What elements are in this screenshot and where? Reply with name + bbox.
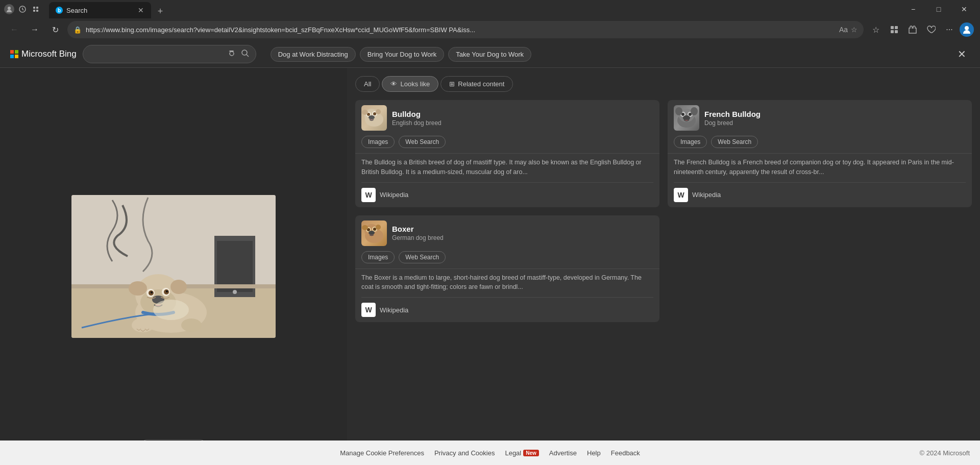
breed-thumbnail-boxer[interactable] bbox=[361, 221, 387, 246]
svg-point-36 bbox=[153, 300, 189, 320]
svg-point-30 bbox=[166, 290, 168, 292]
favorites-star-icon[interactable]: ☆ bbox=[868, 21, 884, 38]
browser-profile-icon[interactable] bbox=[4, 4, 14, 14]
breed-name-bulldog: Bulldog bbox=[392, 110, 442, 118]
active-tab[interactable]: b Search ✕ bbox=[49, 2, 151, 18]
breed-info-boxer: Boxer German dog breed bbox=[392, 225, 444, 241]
maximize-button[interactable]: □ bbox=[927, 1, 950, 17]
tab-looks-like-label: Looks like bbox=[400, 80, 430, 88]
extensions-icon[interactable] bbox=[31, 4, 41, 14]
svg-point-67 bbox=[683, 115, 690, 120]
tab-related-label: Related content bbox=[458, 80, 504, 88]
heart-icon[interactable] bbox=[923, 21, 939, 38]
new-tab-button[interactable]: + bbox=[153, 4, 167, 18]
minimize-button[interactable]: − bbox=[901, 1, 925, 17]
breed-actions-frenchbulldog: Images Web Search bbox=[668, 136, 972, 153]
search-submit-icon[interactable] bbox=[240, 48, 250, 60]
svg-point-20 bbox=[233, 290, 237, 294]
svg-point-34 bbox=[132, 318, 154, 332]
frenchbulldog-websearch-button[interactable]: Web Search bbox=[711, 136, 758, 148]
close-window-button[interactable]: ✕ bbox=[952, 1, 976, 17]
svg-point-48 bbox=[373, 112, 376, 115]
tab-looks-like[interactable]: 👁 Looks like bbox=[382, 76, 438, 92]
toolbar-icons: ☆ ··· bbox=[868, 21, 974, 38]
frenchbulldog-images-button[interactable]: Images bbox=[674, 136, 707, 148]
breed-actions-boxer: Images Web Search bbox=[355, 251, 659, 268]
svg-point-58 bbox=[369, 231, 375, 235]
close-panel-button[interactable]: ✕ bbox=[953, 46, 970, 62]
tab-all-label: All bbox=[364, 80, 371, 88]
breed-thumbnail-bulldog[interactable] bbox=[361, 105, 387, 131]
boxer-images-button[interactable]: Images bbox=[361, 251, 395, 263]
footer: Manage Cookie Preferences Privacy and Co… bbox=[0, 440, 980, 465]
breed-subname-boxer: German dog breed bbox=[392, 234, 444, 241]
favorites-icon[interactable]: ☆ bbox=[851, 26, 857, 34]
bulldog-images-button[interactable]: Images bbox=[361, 136, 395, 148]
image-panel: Visual Search bbox=[0, 68, 347, 465]
related-tag-1[interactable]: Bring Your Dog to Work bbox=[360, 47, 445, 62]
search-box[interactable] bbox=[83, 45, 256, 63]
tab-all[interactable]: All bbox=[355, 76, 380, 92]
extensions-toolbar-icon[interactable] bbox=[904, 21, 921, 38]
main-area: Visual Search All 👁 Looks like ⊞ Related… bbox=[0, 68, 980, 465]
window-controls-right: − □ ✕ bbox=[901, 1, 976, 17]
camera-search-icon[interactable] bbox=[227, 48, 236, 60]
bulldog-wikipedia-link[interactable]: W Wikipedia bbox=[355, 183, 659, 207]
breed-card-bulldog: Bulldog English dog breed Images Web Sea… bbox=[355, 100, 659, 207]
page-content: Microsoft Bing Dog at Work Distracting B… bbox=[0, 41, 980, 465]
breed-info-bulldog: Bulldog English dog breed bbox=[392, 110, 442, 127]
read-mode-icon[interactable]: Aa bbox=[839, 26, 848, 34]
footer-privacy-cookies[interactable]: Privacy and Cookies bbox=[434, 449, 495, 457]
bulldog-websearch-button[interactable]: Web Search bbox=[399, 136, 446, 148]
wikipedia-label-boxer: Wikipedia bbox=[380, 306, 408, 314]
footer-help[interactable]: Help bbox=[587, 449, 601, 457]
related-tags: Dog at Work Distracting Bring Your Dog t… bbox=[271, 47, 531, 62]
svg-point-33 bbox=[170, 280, 187, 294]
footer-manage-cookies[interactable]: Manage Cookie Preferences bbox=[340, 449, 424, 457]
microsoft-logo bbox=[10, 50, 18, 58]
wikipedia-icon-frenchbulldog: W bbox=[674, 188, 688, 202]
history-icon[interactable] bbox=[17, 4, 28, 14]
breed-thumbnail-frenchbulldog[interactable] bbox=[674, 105, 699, 131]
svg-rect-11 bbox=[895, 30, 898, 33]
eye-icon: 👁 bbox=[390, 80, 397, 88]
footer-advertise[interactable]: Advertise bbox=[549, 449, 577, 457]
related-tag-0[interactable]: Dog at Work Distracting bbox=[271, 47, 356, 62]
collections-icon[interactable] bbox=[886, 21, 902, 38]
boxer-thumb-image bbox=[361, 221, 387, 246]
footer-legal-new-badge: New bbox=[523, 450, 539, 456]
breed-description-bulldog: The Bulldog is a British breed of dog of… bbox=[355, 153, 659, 182]
svg-rect-2 bbox=[33, 7, 35, 9]
search-input[interactable] bbox=[89, 50, 223, 58]
frenchbulldog-wikipedia-link[interactable]: W Wikipedia bbox=[668, 183, 972, 207]
bulldog-thumb-image bbox=[361, 105, 387, 131]
svg-point-60 bbox=[376, 225, 381, 230]
svg-point-69 bbox=[691, 107, 698, 115]
refresh-button[interactable]: ↻ bbox=[47, 21, 63, 38]
back-button[interactable]: ← bbox=[6, 21, 22, 38]
footer-feedback[interactable]: Feedback bbox=[611, 449, 640, 457]
tabs-bar: b Search ✕ + bbox=[45, 0, 897, 18]
tab-related-content[interactable]: ⊞ Related content bbox=[440, 76, 513, 92]
browser-controls-left bbox=[4, 4, 41, 14]
breed-header-frenchbulldog: French Bulldog Dog breed bbox=[668, 100, 972, 136]
profile-button[interactable] bbox=[960, 22, 974, 37]
tab-close-button[interactable]: ✕ bbox=[137, 6, 145, 14]
breed-subname-bulldog: English dog breed bbox=[392, 119, 442, 127]
bing-header: Microsoft Bing Dog at Work Distracting B… bbox=[0, 41, 980, 68]
bing-logo[interactable]: Microsoft Bing bbox=[10, 49, 77, 59]
more-options-icon[interactable]: ··· bbox=[941, 21, 958, 38]
boxer-wikipedia-link[interactable]: W Wikipedia bbox=[355, 298, 659, 322]
url-text: https://www.bing.com/images/search?view=… bbox=[86, 26, 835, 34]
address-bar[interactable]: 🔒 https://www.bing.com/images/search?vie… bbox=[67, 21, 864, 38]
svg-point-12 bbox=[965, 26, 969, 30]
svg-point-32 bbox=[129, 281, 147, 296]
related-tag-2[interactable]: Take Your Dog to Work bbox=[448, 47, 531, 62]
svg-point-29 bbox=[151, 291, 153, 293]
breed-description-frenchbulldog: The French Bulldog is a French breed of … bbox=[668, 153, 972, 182]
svg-point-14 bbox=[242, 50, 247, 55]
forward-button[interactable]: → bbox=[27, 21, 43, 38]
breed-info-frenchbulldog: French Bulldog Dog breed bbox=[704, 110, 761, 127]
footer-legal[interactable]: Legal bbox=[505, 449, 521, 457]
boxer-websearch-button[interactable]: Web Search bbox=[399, 251, 446, 263]
